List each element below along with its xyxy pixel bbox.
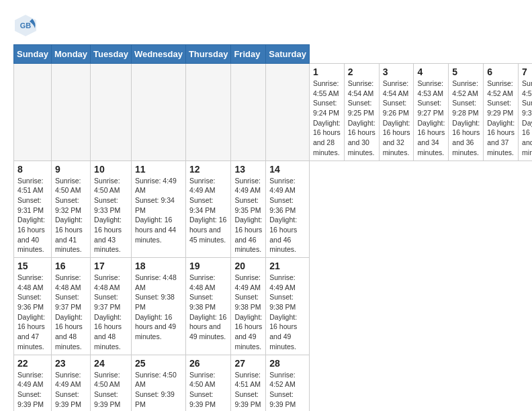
day-info: Sunrise: 4:49 AMSunset: 9:39 PMDaylight:… — [17, 370, 48, 412]
day-number: 26 — [189, 358, 228, 369]
calendar-table: SundayMondayTuesdayWednesdayThursdayFrid… — [13, 44, 532, 411]
day-number: 17 — [94, 261, 128, 271]
day-info: Sunrise: 4:55 AMSunset: 9:24 PMDaylight:… — [313, 79, 341, 158]
day-info: Sunrise: 4:52 AMSunset: 9:28 PMDaylight:… — [452, 79, 480, 158]
day-info: Sunrise: 4:48 AMSunset: 9:37 PMDaylight:… — [55, 273, 87, 352]
calendar-cell: 25Sunrise: 4:50 AMSunset: 9:39 PMDayligh… — [131, 355, 185, 411]
calendar-cell — [91, 64, 132, 161]
calendar-cell: 9Sunrise: 4:50 AMSunset: 9:32 PMDaylight… — [51, 161, 90, 258]
day-number: 7 — [522, 66, 532, 77]
day-info: Sunrise: 4:48 AMSunset: 9:38 PMDaylight:… — [189, 273, 228, 342]
day-number: 12 — [189, 164, 228, 175]
calendar-day-header: Monday — [51, 45, 90, 64]
day-number: 16 — [55, 261, 87, 271]
day-info: Sunrise: 4:49 AMSunset: 9:35 PMDaylight:… — [234, 176, 262, 255]
day-info: Sunrise: 4:50 AMSunset: 9:39 PMDaylight:… — [135, 370, 182, 412]
day-info: Sunrise: 4:52 AMSunset: 9:29 PMDaylight:… — [487, 79, 515, 158]
logo: GB — [13, 13, 40, 38]
day-info: Sunrise: 4:50 AMSunset: 9:39 PMDaylight:… — [189, 370, 228, 412]
calendar-cell: 1Sunrise: 4:55 AMSunset: 9:24 PMDaylight… — [309, 64, 344, 161]
calendar-day-header: Saturday — [266, 45, 310, 64]
page-header: GB — [13, 13, 519, 38]
day-info: Sunrise: 4:50 AMSunset: 9:33 PMDaylight:… — [94, 176, 128, 255]
day-number: 4 — [417, 66, 445, 77]
calendar-cell — [51, 64, 90, 161]
day-number: 5 — [452, 66, 480, 77]
day-number: 8 — [17, 164, 48, 175]
calendar-day-header: Sunday — [14, 45, 52, 64]
day-number: 14 — [269, 164, 306, 175]
calendar-cell: 10Sunrise: 4:50 AMSunset: 9:33 PMDayligh… — [91, 161, 132, 258]
day-number: 9 — [55, 164, 87, 175]
calendar-cell: 3Sunrise: 4:54 AMSunset: 9:26 PMDaylight… — [379, 64, 414, 161]
calendar-cell: 6Sunrise: 4:52 AMSunset: 9:29 PMDaylight… — [484, 64, 519, 161]
calendar-cell: 21Sunrise: 4:49 AMSunset: 9:38 PMDayligh… — [266, 258, 310, 355]
day-info: Sunrise: 4:48 AMSunset: 9:36 PMDaylight:… — [17, 273, 48, 352]
calendar-cell: 20Sunrise: 4:49 AMSunset: 9:38 PMDayligh… — [231, 258, 266, 355]
calendar-cell: 12Sunrise: 4:49 AMSunset: 9:34 PMDayligh… — [185, 161, 231, 258]
day-info: Sunrise: 4:48 AMSunset: 9:37 PMDaylight:… — [94, 273, 128, 352]
day-number: 11 — [135, 164, 182, 175]
day-number: 13 — [234, 164, 262, 175]
day-number: 2 — [348, 66, 375, 77]
calendar-cell: 14Sunrise: 4:49 AMSunset: 9:36 PMDayligh… — [266, 161, 310, 258]
day-info: Sunrise: 4:49 AMSunset: 9:39 PMDaylight:… — [55, 370, 87, 412]
calendar-cell: 23Sunrise: 4:49 AMSunset: 9:39 PMDayligh… — [51, 355, 90, 411]
day-info: Sunrise: 4:52 AMSunset: 9:39 PMDaylight:… — [269, 370, 306, 412]
day-info: Sunrise: 4:50 AMSunset: 9:39 PMDaylight:… — [94, 370, 128, 412]
day-info: Sunrise: 4:49 AMSunset: 9:38 PMDaylight:… — [234, 273, 262, 352]
calendar-cell: 19Sunrise: 4:48 AMSunset: 9:38 PMDayligh… — [185, 258, 231, 355]
day-info: Sunrise: 4:51 AMSunset: 9:30 PMDaylight:… — [522, 79, 532, 158]
svg-text:GB: GB — [20, 21, 32, 30]
calendar-week-row: 15Sunrise: 4:48 AMSunset: 9:36 PMDayligh… — [14, 258, 533, 355]
day-info: Sunrise: 4:49 AMSunset: 9:34 PMDaylight:… — [135, 176, 182, 245]
calendar-cell: 4Sunrise: 4:53 AMSunset: 9:27 PMDaylight… — [414, 64, 449, 161]
calendar-day-header: Thursday — [185, 45, 231, 64]
calendar-cell: 27Sunrise: 4:51 AMSunset: 9:39 PMDayligh… — [231, 355, 266, 411]
calendar-cell: 22Sunrise: 4:49 AMSunset: 9:39 PMDayligh… — [14, 355, 52, 411]
day-number: 1 — [313, 66, 341, 77]
calendar-cell — [131, 64, 185, 161]
calendar-week-row: 22Sunrise: 4:49 AMSunset: 9:39 PMDayligh… — [14, 355, 533, 411]
calendar-cell: 7Sunrise: 4:51 AMSunset: 9:30 PMDaylight… — [519, 64, 532, 161]
day-info: Sunrise: 4:51 AMSunset: 9:39 PMDaylight:… — [234, 370, 262, 412]
day-info: Sunrise: 4:48 AMSunset: 9:38 PMDaylight:… — [135, 273, 182, 342]
day-info: Sunrise: 4:49 AMSunset: 9:34 PMDaylight:… — [189, 176, 228, 245]
calendar-cell — [14, 64, 52, 161]
day-number: 20 — [234, 261, 262, 271]
day-number: 18 — [135, 261, 182, 271]
calendar-cell: 18Sunrise: 4:48 AMSunset: 9:38 PMDayligh… — [131, 258, 185, 355]
day-number: 24 — [94, 358, 128, 369]
calendar-week-row: 8Sunrise: 4:51 AMSunset: 9:31 PMDaylight… — [14, 161, 533, 258]
day-number: 27 — [234, 358, 262, 369]
calendar-cell: 8Sunrise: 4:51 AMSunset: 9:31 PMDaylight… — [14, 161, 52, 258]
day-info: Sunrise: 4:53 AMSunset: 9:27 PMDaylight:… — [417, 79, 445, 158]
day-info: Sunrise: 4:54 AMSunset: 9:26 PMDaylight:… — [383, 79, 410, 158]
day-number: 25 — [135, 358, 182, 369]
logo-icon: GB — [13, 13, 38, 38]
day-info: Sunrise: 4:49 AMSunset: 9:36 PMDaylight:… — [269, 176, 306, 255]
day-info: Sunrise: 4:49 AMSunset: 9:38 PMDaylight:… — [269, 273, 306, 352]
day-number: 15 — [17, 261, 48, 271]
calendar-cell: 28Sunrise: 4:52 AMSunset: 9:39 PMDayligh… — [266, 355, 310, 411]
calendar-day-header: Tuesday — [91, 45, 132, 64]
calendar-cell: 26Sunrise: 4:50 AMSunset: 9:39 PMDayligh… — [185, 355, 231, 411]
calendar-header-row: SundayMondayTuesdayWednesdayThursdayFrid… — [14, 45, 533, 64]
calendar-cell: 24Sunrise: 4:50 AMSunset: 9:39 PMDayligh… — [91, 355, 132, 411]
calendar-cell: 2Sunrise: 4:54 AMSunset: 9:25 PMDaylight… — [344, 64, 379, 161]
calendar-cell — [231, 64, 266, 161]
calendar-cell: 15Sunrise: 4:48 AMSunset: 9:36 PMDayligh… — [14, 258, 52, 355]
calendar-week-row: 1Sunrise: 4:55 AMSunset: 9:24 PMDaylight… — [14, 64, 533, 161]
calendar-cell — [266, 64, 310, 161]
day-info: Sunrise: 4:50 AMSunset: 9:32 PMDaylight:… — [55, 176, 87, 255]
day-number: 6 — [487, 66, 515, 77]
day-number: 19 — [189, 261, 228, 271]
day-info: Sunrise: 4:51 AMSunset: 9:31 PMDaylight:… — [17, 176, 48, 255]
calendar-cell: 13Sunrise: 4:49 AMSunset: 9:35 PMDayligh… — [231, 161, 266, 258]
calendar-cell: 11Sunrise: 4:49 AMSunset: 9:34 PMDayligh… — [131, 161, 185, 258]
day-number: 21 — [269, 261, 306, 271]
day-info: Sunrise: 4:54 AMSunset: 9:25 PMDaylight:… — [348, 79, 375, 158]
calendar-cell: 17Sunrise: 4:48 AMSunset: 9:37 PMDayligh… — [91, 258, 132, 355]
day-number: 23 — [55, 358, 87, 369]
day-number: 3 — [383, 66, 410, 77]
